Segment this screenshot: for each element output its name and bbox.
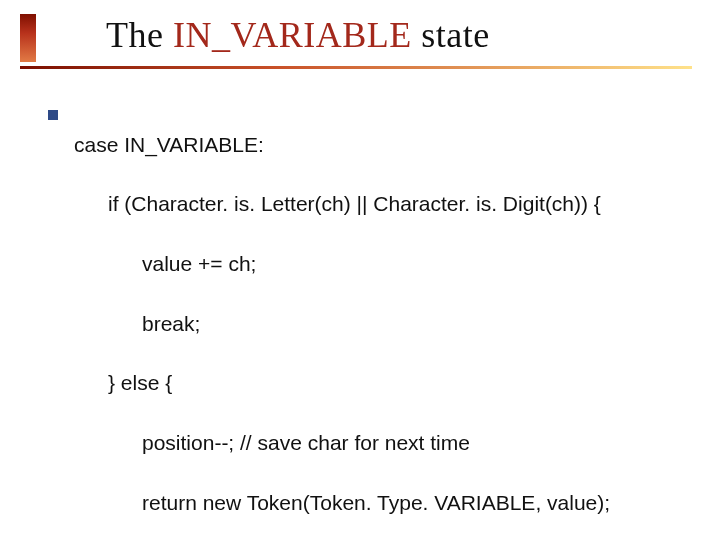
title-accent-bar: [20, 14, 36, 62]
code-line: position--; // save char for next time: [74, 428, 692, 458]
bullet-item: case IN_VARIABLE: if (Character. is. Let…: [48, 100, 692, 540]
code-line: return new Token(Token. Type. VARIABLE, …: [74, 488, 692, 518]
title-post: state: [412, 15, 490, 55]
code-line: if (Character. is. Letter(ch) || Charact…: [74, 189, 692, 219]
code-line: case IN_VARIABLE:: [74, 130, 692, 160]
title-pre: The: [106, 15, 173, 55]
code-line: break;: [74, 309, 692, 339]
title-underline: [20, 66, 692, 69]
title-row: The IN_VARIABLE state: [0, 14, 720, 72]
code-block: case IN_VARIABLE: if (Character. is. Let…: [74, 100, 692, 540]
title-keyword: IN_VARIABLE: [173, 15, 412, 55]
square-bullet-icon: [48, 110, 58, 120]
slide: The IN_VARIABLE state case IN_VARIABLE: …: [0, 0, 720, 540]
code-line: value += ch;: [74, 249, 692, 279]
code-line: } else {: [74, 368, 692, 398]
slide-body: case IN_VARIABLE: if (Character. is. Let…: [48, 100, 692, 540]
slide-title: The IN_VARIABLE state: [106, 14, 490, 56]
